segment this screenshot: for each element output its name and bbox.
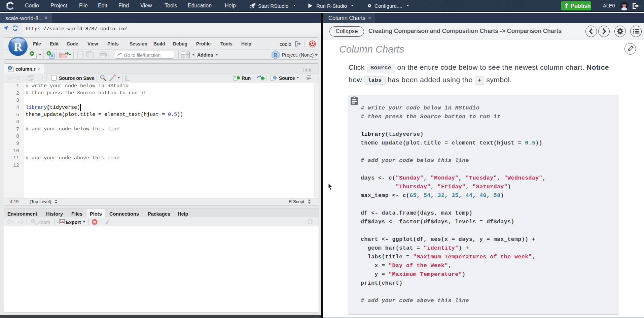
svg-text:R: R [50, 54, 53, 58]
svg-text:R: R [9, 67, 11, 70]
svg-text:R: R [274, 53, 278, 58]
